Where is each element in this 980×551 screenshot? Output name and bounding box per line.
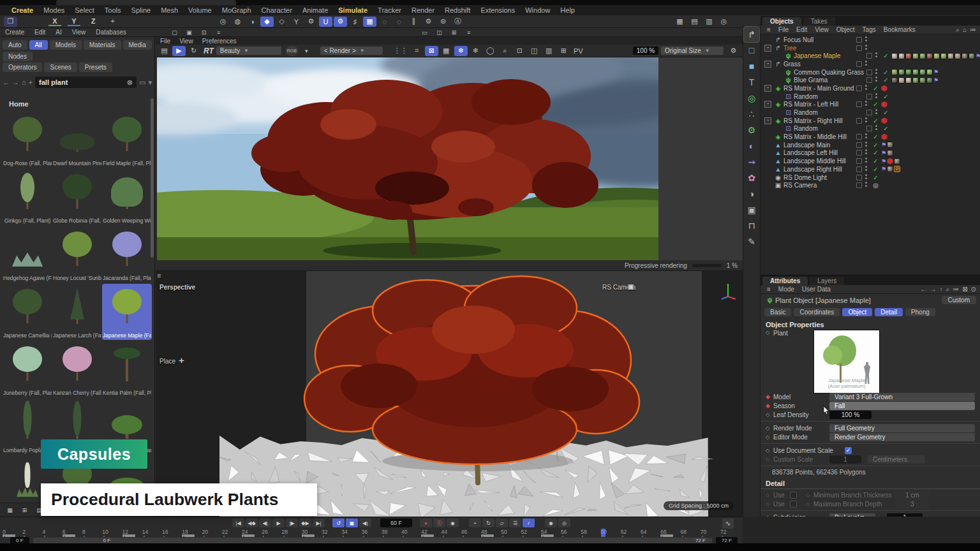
object-tree-row[interactable]: − ◉ RS Dome Light: [761, 173, 980, 182]
visibility-dots[interactable]: [865, 61, 867, 62]
enable-check[interactable]: [872, 149, 880, 156]
timeline-ruler[interactable]: 0246810121416182022242628303234363840424…: [0, 529, 743, 537]
render-view-button[interactable]: ▦: [673, 17, 687, 27]
visibility-dots[interactable]: [865, 149, 867, 151]
frame-tick[interactable]: 66: [660, 529, 680, 537]
goto-start-button[interactable]: |◀: [232, 518, 244, 527]
circle-mask-icon[interactable]: ◯: [484, 46, 497, 56]
simulate-settings-icon[interactable]: ⚙: [334, 17, 347, 27]
asset-item[interactable]: Kanzan Cherry (Fall, Pl...: [52, 341, 102, 397]
season-keyframe-diamond[interactable]: ◆: [766, 402, 773, 409]
asset-item[interactable]: Field Maple (Fall, Plant): [102, 112, 152, 168]
enable-check[interactable]: [872, 158, 880, 165]
asset-item[interactable]: Jacaranda (Fall, Plant): [102, 226, 152, 283]
axis-lock-button[interactable]: Z: [87, 17, 100, 26]
layer-toggle[interactable]: [866, 70, 872, 75]
frame-tick[interactable]: 22: [222, 529, 242, 537]
frame-tick[interactable]: 38: [382, 529, 401, 537]
frame-tick[interactable]: 14: [142, 529, 162, 537]
tag-chips[interactable]: ⚑: [891, 53, 980, 59]
material-chip[interactable]: [912, 77, 919, 84]
menu-item[interactable]: Select: [70, 6, 100, 14]
visibility-dots[interactable]: [865, 166, 867, 168]
enable-check[interactable]: [872, 166, 880, 173]
record-position-button[interactable]: +: [469, 518, 481, 527]
cloner-icon[interactable]: ∴: [744, 107, 759, 122]
crop-icon[interactable]: ⌗: [410, 46, 424, 56]
grid-icon[interactable]: ▦: [440, 46, 453, 56]
attribute-tab[interactable]: Detail: [875, 308, 903, 316]
frame-tick[interactable]: 0: [3, 529, 22, 537]
material-chip[interactable]: [905, 69, 912, 75]
enable-check[interactable]: [872, 117, 880, 124]
tag-chips[interactable]: [881, 85, 887, 91]
rgb-options-icon[interactable]: ▾: [300, 47, 313, 55]
panel-tab[interactable]: Attributes: [762, 277, 808, 285]
filter-icon[interactable]: ≔: [970, 26, 976, 34]
layer-toggle[interactable]: [856, 101, 862, 107]
frame-tick[interactable]: 48: [481, 529, 501, 537]
visibility-dots[interactable]: [865, 142, 867, 143]
asset-filter-tab[interactable]: Auto: [3, 40, 27, 50]
model-dropdown[interactable]: Variant 3 Full-Grown: [829, 393, 975, 401]
layer-toggle[interactable]: [856, 134, 862, 140]
menu-item[interactable]: MoGraph: [217, 6, 256, 14]
frame-tick[interactable]: 26: [262, 529, 281, 537]
visibility-dots[interactable]: [865, 182, 867, 184]
tag-chips[interactable]: ⚑: [891, 77, 939, 84]
object-label[interactable]: Grass: [783, 61, 801, 68]
character-settings-icon[interactable]: ⚙: [304, 17, 318, 27]
next-key-button[interactable]: ◆▶: [299, 518, 311, 527]
home-icon[interactable]: ⌂: [22, 78, 26, 86]
flag-chip[interactable]: ⚑: [933, 77, 939, 84]
object-label[interactable]: RS Matrix - Main Ground: [783, 85, 854, 92]
external-window-icon[interactable]: ⊡: [197, 29, 211, 36]
object-tree-row[interactable]: − ⊡ Random: [771, 92, 980, 101]
panel-tab[interactable]: Objects: [762, 17, 801, 26]
panel-menu-icon[interactable]: ≡: [763, 286, 775, 293]
home-icon[interactable]: ⌂: [963, 26, 967, 34]
expand-toggle[interactable]: −: [764, 61, 771, 68]
frame-tick[interactable]: 72: [720, 529, 740, 537]
frame-tick[interactable]: 68: [681, 529, 701, 537]
flag-chip[interactable]: ⚑: [881, 158, 886, 165]
asset-filter-tab[interactable]: Presets: [79, 62, 112, 72]
range-slider[interactable]: 0 F 72 F: [33, 538, 712, 543]
snapshot-icon[interactable]: ❄: [454, 46, 468, 56]
compare-icon[interactable]: ◫: [528, 46, 541, 56]
field-icon[interactable]: ⇝: [744, 154, 759, 170]
object-label[interactable]: Blue Grama: [794, 77, 828, 84]
document-tab[interactable]: [56, 0, 236, 5]
lock-icon[interactable]: ⊠: [425, 46, 438, 56]
refresh-icon[interactable]: ↻: [187, 46, 200, 56]
frame-tick[interactable]: 10: [102, 529, 122, 537]
forward-icon[interactable]: →: [12, 78, 19, 86]
editor-mode-diamond[interactable]: ◇: [766, 434, 773, 440]
layer-toggle[interactable]: [866, 126, 872, 131]
material-chip[interactable]: [898, 69, 905, 75]
object-label[interactable]: Random: [794, 109, 818, 116]
object-label[interactable]: RS Matrix - Middle Hill: [783, 133, 847, 140]
object-tree-row[interactable]: − ψ Japanese Maple ⚑: [771, 52, 980, 60]
frame-tick[interactable]: 62: [621, 529, 641, 537]
noentry-chip[interactable]: ⊘: [894, 166, 900, 172]
search-icon[interactable]: ⌕: [946, 286, 950, 293]
render-slot-dropdown[interactable]: < Render >▼: [320, 47, 383, 55]
render-region-icon[interactable]: ◍: [231, 17, 244, 27]
null-object-icon[interactable]: ↱: [744, 27, 759, 42]
frame-tick[interactable]: 52: [521, 529, 541, 537]
visibility-dots[interactable]: [875, 109, 877, 111]
tag-chips[interactable]: [881, 134, 887, 140]
object-label[interactable]: RS Matrix - Left Hill: [783, 101, 838, 108]
goto-end-button[interactable]: ▶|: [313, 518, 325, 527]
browser-menu-item[interactable]: Databases: [91, 29, 131, 36]
asset-filter-tab[interactable]: Operators: [3, 62, 42, 72]
render-view-image[interactable]: [157, 57, 658, 260]
frame-tick[interactable]: 58: [581, 529, 600, 537]
frame-tick[interactable]: 8: [82, 529, 102, 537]
sound-button[interactable]: ◀): [359, 518, 371, 527]
panel-menu-icon[interactable]: ≡: [212, 29, 225, 36]
asset-item[interactable]: Japanese Camellia (Fal...: [3, 284, 52, 340]
asset-item[interactable]: Ginkgo (Fall, Plant): [3, 169, 52, 225]
menu-item[interactable]: Tools: [100, 6, 126, 14]
